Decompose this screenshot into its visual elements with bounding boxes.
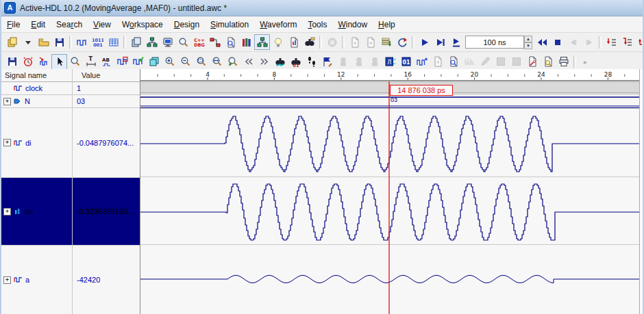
run-until-button[interactable]	[432, 34, 448, 50]
waveform-area[interactable]: 481216202428 14 876 038 ps 03	[140, 69, 644, 314]
column-header-signal-name[interactable]: Signal name	[0, 69, 77, 81]
signal-list-header[interactable]: Signal name Value	[0, 69, 140, 82]
expand-toggle-icon[interactable]: +	[3, 139, 11, 146]
signal-row-do[interactable]: +do-0.3236389160...	[0, 178, 140, 246]
add-signals-button[interactable]	[414, 54, 430, 70]
zoom-fit-button[interactable]	[209, 54, 225, 70]
design-flow-button[interactable]	[144, 34, 160, 50]
run-for-button[interactable]	[448, 34, 464, 50]
timeline-ruler[interactable]	[140, 69, 644, 81]
expand-toggle-icon[interactable]: +	[3, 208, 11, 215]
zoom-in-button[interactable]	[162, 54, 177, 70]
trace-into-button[interactable]	[604, 34, 619, 50]
previous-edge-button[interactable]	[240, 54, 256, 70]
signal-name-cell[interactable]: +do	[0, 207, 72, 215]
find-button[interactable]	[175, 34, 191, 50]
spinner-down-icon[interactable]: ▼	[524, 42, 532, 49]
logic-converter-button[interactable]: Л	[382, 54, 398, 70]
waveform-bookmark-button[interactable]	[114, 54, 130, 70]
signal-name-cell[interactable]: +a	[0, 276, 72, 284]
stop-simulation-button[interactable]	[549, 34, 565, 50]
timing-settings-button[interactable]	[20, 54, 36, 70]
run-time-field[interactable]: 100 ns	[465, 36, 524, 49]
refresh-waveform-button[interactable]	[36, 54, 51, 70]
hierarchy-viewer-button[interactable]	[254, 34, 270, 50]
open-button[interactable]	[36, 34, 51, 50]
zoom-back-button[interactable]	[225, 54, 240, 70]
signal-row-di[interactable]: +di-0.0487976074...	[0, 108, 140, 178]
menu-waveform[interactable]: Waveform	[254, 18, 302, 31]
run-button[interactable]	[417, 34, 432, 50]
next-edge-button[interactable]	[256, 54, 272, 70]
copy-signals-icon	[149, 56, 160, 67]
spinner-up-icon[interactable]: ▲	[524, 36, 532, 42]
run-time-spinner[interactable]: ▲▼	[524, 36, 532, 49]
new-waveform-button[interactable]	[74, 34, 90, 50]
zoom-back-icon	[227, 56, 238, 67]
find-value-button[interactable]: 01	[288, 54, 304, 70]
menu-window[interactable]: Window	[332, 18, 373, 31]
restart-simulation-button[interactable]	[534, 34, 549, 50]
memory-viewer-button[interactable]	[106, 34, 121, 50]
compare-signals-button[interactable]: AB	[99, 54, 114, 70]
connections-button[interactable]	[207, 34, 223, 50]
signal-name: N	[25, 97, 30, 105]
menu-simulation[interactable]: Simulation	[205, 18, 254, 31]
menu-file[interactable]: File	[1, 18, 25, 31]
new-document-dropdown[interactable]	[20, 34, 36, 50]
go-to-time-button[interactable]	[304, 54, 319, 70]
svg-text:8: 8	[273, 71, 277, 78]
restart-button[interactable]	[394, 34, 410, 50]
page-setup-button[interactable]	[524, 54, 540, 70]
expand-toggle-icon[interactable]: +	[3, 98, 11, 105]
signal-row-clock[interactable]: clock1	[0, 82, 140, 95]
trace-out-button[interactable]	[635, 34, 644, 50]
titlebar[interactable]: A Active-HDL 10.2 (MovingAverage ,MAF0) …	[0, 0, 644, 16]
signal-name-cell[interactable]: clock	[0, 84, 72, 92]
measure-time-button[interactable]: T	[83, 54, 99, 70]
report-button[interactable]	[286, 34, 301, 50]
signal-name-cell[interactable]: +di	[0, 139, 72, 147]
signal-row-N[interactable]: +N03	[0, 95, 140, 108]
library-manager-button[interactable]	[238, 34, 254, 50]
menu-help[interactable]: Help	[373, 18, 401, 31]
tip-of-the-day-button[interactable]	[270, 34, 286, 50]
column-header-value[interactable]: Value	[77, 69, 100, 81]
stimulators-button[interactable]: 1011001	[90, 34, 106, 50]
search-results-button[interactable]	[445, 54, 461, 70]
zoom-out-button[interactable]	[177, 54, 193, 70]
signal-name-cell[interactable]: +N	[0, 97, 72, 105]
menu-search[interactable]: Search	[51, 18, 88, 31]
menu-view[interactable]: View	[88, 18, 116, 31]
copy-window-button[interactable]	[128, 34, 144, 50]
find-signal-button[interactable]	[272, 54, 288, 70]
menu-workspace[interactable]: Workspace	[116, 18, 169, 31]
binary-view-button[interactable]: 01	[398, 54, 414, 70]
signal-row-a[interactable]: +a-42420	[0, 246, 140, 314]
trace-over-button[interactable]	[619, 34, 635, 50]
find-in-files-button[interactable]	[301, 34, 317, 50]
cpp-debugger-button[interactable]: C++DBG	[191, 34, 207, 50]
toolbar-overflow-button[interactable]: »	[578, 54, 594, 70]
new-document-button[interactable]	[4, 34, 20, 50]
expand-toggle-icon[interactable]: +	[3, 276, 11, 284]
print-preview-button[interactable]	[540, 54, 556, 70]
library-browse-button[interactable]	[223, 34, 238, 50]
copy-signals-button[interactable]	[146, 54, 162, 70]
save-button[interactable]	[51, 34, 67, 50]
menu-tools[interactable]: Tools	[302, 18, 332, 31]
zoom-last-button[interactable]	[193, 54, 209, 70]
menubar: FileEditSearchViewWorkspaceDesignSimulat…	[0, 16, 644, 33]
menu-design[interactable]: Design	[169, 18, 205, 31]
zoom-mode-button[interactable]	[67, 54, 83, 70]
add-bookmark-button[interactable]	[319, 54, 335, 70]
zoom-last-icon	[196, 56, 207, 67]
menu-edit[interactable]: Edit	[25, 18, 51, 31]
design-browser-button[interactable]	[160, 34, 175, 50]
select-mode-button[interactable]	[51, 54, 67, 70]
print-button[interactable]	[556, 54, 571, 70]
save-results-button[interactable]	[378, 34, 394, 50]
save-waveform-button[interactable]	[4, 54, 20, 70]
select-mode-icon	[54, 56, 65, 67]
waveform-verify-button[interactable]	[130, 54, 146, 70]
